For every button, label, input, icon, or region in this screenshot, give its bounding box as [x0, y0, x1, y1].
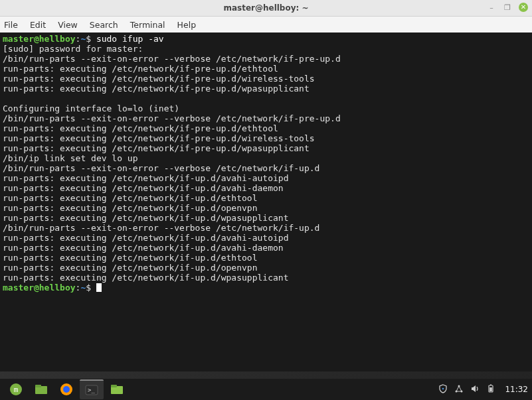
files-icon — [35, 384, 48, 395]
window-titlebar[interactable]: master@hellboy: ~ – ❐ ✕ — [0, 0, 532, 17]
svg-text:m: m — [14, 385, 19, 394]
menu-edit[interactable]: Edit — [30, 20, 46, 30]
battery-icon[interactable] — [486, 384, 495, 395]
svg-rect-9 — [111, 385, 117, 387]
firefox-icon — [60, 383, 73, 396]
svg-point-5 — [63, 386, 70, 393]
menu-view[interactable]: View — [58, 20, 78, 30]
window-controls: – ❐ ✕ — [487, 3, 528, 12]
svg-rect-3 — [35, 385, 41, 387]
terminal-window: master@hellboy: ~ – ❐ ✕ File Edit View S… — [0, 0, 532, 371]
panel-clock[interactable]: 11:32 — [505, 385, 528, 394]
start-menu-button[interactable]: m — [4, 381, 28, 398]
close-button[interactable]: ✕ — [519, 3, 528, 12]
taskbar: m >_ 11:32 — [0, 379, 532, 400]
minimize-button[interactable]: – — [487, 3, 496, 12]
menu-file[interactable]: File — [4, 20, 18, 30]
menu-help[interactable]: Help — [177, 20, 197, 30]
show-desktop-button[interactable] — [29, 381, 53, 398]
update-shield-icon[interactable] — [438, 384, 448, 395]
terminal-cursor — [96, 283, 102, 292]
terminal-task[interactable]: >_ — [80, 379, 104, 399]
volume-icon[interactable] — [470, 384, 480, 395]
file-manager-icon — [110, 384, 124, 395]
maximize-button[interactable]: ❐ — [503, 3, 512, 12]
menu-search[interactable]: Search — [90, 20, 118, 30]
menu-terminal[interactable]: Terminal — [130, 20, 165, 30]
mint-menu-icon: m — [9, 383, 23, 396]
menubar: File Edit View Search Terminal Help — [0, 17, 532, 33]
firefox-launcher[interactable] — [54, 381, 78, 398]
network-icon[interactable] — [454, 384, 464, 395]
svg-point-10 — [442, 387, 444, 389]
terminal-body[interactable]: master@hellboy:~$ sudo ifup -av [sudo] p… — [0, 33, 532, 371]
file-manager-launcher[interactable] — [105, 381, 129, 398]
window-title: master@hellboy: ~ — [223, 3, 308, 13]
svg-text:>_: >_ — [88, 387, 95, 393]
svg-rect-15 — [490, 384, 491, 385]
svg-rect-16 — [490, 387, 493, 391]
terminal-icon: >_ — [85, 385, 98, 395]
